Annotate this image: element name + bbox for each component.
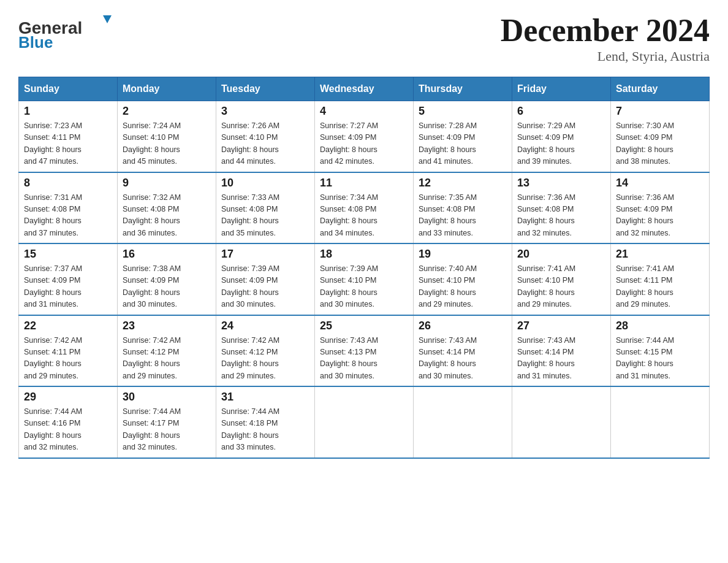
svg-text:Blue: Blue (18, 33, 53, 49)
day-number: 7 (616, 105, 704, 118)
day-number: 30 (123, 391, 211, 404)
day-info: Sunrise: 7:40 AM Sunset: 4:10 PM Dayligh… (419, 263, 507, 311)
day-info: Sunrise: 7:41 AM Sunset: 4:10 PM Dayligh… (517, 263, 605, 311)
day-number: 6 (517, 105, 605, 118)
calendar-cell (611, 386, 710, 458)
day-number: 1 (24, 105, 112, 118)
weekday-header-thursday: Thursday (414, 77, 512, 101)
calendar-week-row: 29 Sunrise: 7:44 AM Sunset: 4:16 PM Dayl… (19, 386, 710, 458)
weekday-header-friday: Friday (512, 77, 611, 101)
calendar-body: 1 Sunrise: 7:23 AM Sunset: 4:11 PM Dayli… (19, 101, 710, 458)
day-number: 27 (517, 320, 605, 332)
day-number: 25 (320, 320, 408, 332)
calendar-week-row: 8 Sunrise: 7:31 AM Sunset: 4:08 PM Dayli… (19, 172, 710, 244)
calendar-header-row: SundayMondayTuesdayWednesdayThursdayFrid… (19, 77, 710, 101)
calendar-cell: 31 Sunrise: 7:44 AM Sunset: 4:18 PM Dayl… (216, 386, 315, 458)
day-info: Sunrise: 7:41 AM Sunset: 4:11 PM Dayligh… (616, 263, 704, 311)
calendar-cell: 22 Sunrise: 7:42 AM Sunset: 4:11 PM Dayl… (19, 315, 118, 387)
day-info: Sunrise: 7:23 AM Sunset: 4:11 PM Dayligh… (24, 120, 112, 168)
day-info: Sunrise: 7:43 AM Sunset: 4:14 PM Dayligh… (517, 335, 605, 383)
weekday-header-wednesday: Wednesday (315, 77, 414, 101)
day-info: Sunrise: 7:35 AM Sunset: 4:08 PM Dayligh… (419, 192, 507, 240)
day-number: 16 (123, 248, 211, 261)
day-number: 11 (320, 177, 408, 190)
day-info: Sunrise: 7:44 AM Sunset: 4:15 PM Dayligh… (616, 335, 704, 383)
page-header: General Blue December 2024 Lend, Styria,… (18, 12, 710, 64)
day-number: 12 (419, 177, 507, 190)
calendar-table: SundayMondayTuesdayWednesdayThursdayFrid… (18, 77, 710, 459)
calendar-cell: 23 Sunrise: 7:42 AM Sunset: 4:12 PM Dayl… (118, 315, 216, 387)
calendar-cell: 1 Sunrise: 7:23 AM Sunset: 4:11 PM Dayli… (19, 101, 118, 172)
title-block: December 2024 Lend, Styria, Austria (501, 12, 710, 64)
day-info: Sunrise: 7:29 AM Sunset: 4:09 PM Dayligh… (517, 120, 605, 168)
calendar-cell: 21 Sunrise: 7:41 AM Sunset: 4:11 PM Dayl… (611, 243, 710, 315)
day-info: Sunrise: 7:32 AM Sunset: 4:08 PM Dayligh… (123, 192, 211, 240)
calendar-cell: 24 Sunrise: 7:42 AM Sunset: 4:12 PM Dayl… (216, 315, 315, 387)
day-info: Sunrise: 7:30 AM Sunset: 4:09 PM Dayligh… (616, 120, 704, 168)
day-number: 4 (320, 105, 408, 118)
day-info: Sunrise: 7:28 AM Sunset: 4:09 PM Dayligh… (419, 120, 507, 168)
day-info: Sunrise: 7:42 AM Sunset: 4:11 PM Dayligh… (24, 335, 112, 383)
calendar-cell: 12 Sunrise: 7:35 AM Sunset: 4:08 PM Dayl… (414, 172, 512, 244)
day-number: 26 (419, 320, 507, 332)
weekday-header-sunday: Sunday (19, 77, 118, 101)
calendar-cell (414, 386, 512, 458)
day-number: 21 (616, 248, 704, 261)
calendar-cell: 29 Sunrise: 7:44 AM Sunset: 4:16 PM Dayl… (19, 386, 118, 458)
day-info: Sunrise: 7:39 AM Sunset: 4:10 PM Dayligh… (320, 263, 408, 311)
day-info: Sunrise: 7:42 AM Sunset: 4:12 PM Dayligh… (221, 335, 309, 383)
calendar-cell: 30 Sunrise: 7:44 AM Sunset: 4:17 PM Dayl… (118, 386, 216, 458)
calendar-cell: 17 Sunrise: 7:39 AM Sunset: 4:09 PM Dayl… (216, 243, 315, 315)
day-number: 5 (419, 105, 507, 118)
day-info: Sunrise: 7:37 AM Sunset: 4:09 PM Dayligh… (24, 263, 112, 311)
day-number: 28 (616, 320, 704, 332)
weekday-header-tuesday: Tuesday (216, 77, 315, 101)
calendar-cell: 9 Sunrise: 7:32 AM Sunset: 4:08 PM Dayli… (118, 172, 216, 244)
calendar-week-row: 22 Sunrise: 7:42 AM Sunset: 4:11 PM Dayl… (19, 315, 710, 387)
calendar-cell: 18 Sunrise: 7:39 AM Sunset: 4:10 PM Dayl… (315, 243, 414, 315)
calendar-cell: 8 Sunrise: 7:31 AM Sunset: 4:08 PM Dayli… (19, 172, 118, 244)
day-number: 14 (616, 177, 704, 190)
day-info: Sunrise: 7:39 AM Sunset: 4:09 PM Dayligh… (221, 263, 309, 311)
day-info: Sunrise: 7:44 AM Sunset: 4:18 PM Dayligh… (221, 406, 309, 454)
calendar-cell: 14 Sunrise: 7:36 AM Sunset: 4:09 PM Dayl… (611, 172, 710, 244)
logo-svg: General Blue (18, 12, 116, 49)
calendar-cell: 4 Sunrise: 7:27 AM Sunset: 4:09 PM Dayli… (315, 101, 414, 172)
page-subtitle: Lend, Styria, Austria (501, 48, 710, 64)
calendar-cell: 2 Sunrise: 7:24 AM Sunset: 4:10 PM Dayli… (118, 101, 216, 172)
calendar-cell: 11 Sunrise: 7:34 AM Sunset: 4:08 PM Dayl… (315, 172, 414, 244)
weekday-header-saturday: Saturday (611, 77, 710, 101)
calendar-cell: 15 Sunrise: 7:37 AM Sunset: 4:09 PM Dayl… (19, 243, 118, 315)
day-number: 3 (221, 105, 309, 118)
calendar-cell: 16 Sunrise: 7:38 AM Sunset: 4:09 PM Dayl… (118, 243, 216, 315)
day-info: Sunrise: 7:44 AM Sunset: 4:17 PM Dayligh… (123, 406, 211, 454)
calendar-cell: 7 Sunrise: 7:30 AM Sunset: 4:09 PM Dayli… (611, 101, 710, 172)
calendar-cell: 5 Sunrise: 7:28 AM Sunset: 4:09 PM Dayli… (414, 101, 512, 172)
day-number: 15 (24, 248, 112, 261)
day-info: Sunrise: 7:43 AM Sunset: 4:13 PM Dayligh… (320, 335, 408, 383)
calendar-cell (512, 386, 611, 458)
day-number: 24 (221, 320, 309, 332)
day-info: Sunrise: 7:36 AM Sunset: 4:09 PM Dayligh… (616, 192, 704, 240)
calendar-cell: 28 Sunrise: 7:44 AM Sunset: 4:15 PM Dayl… (611, 315, 710, 387)
calendar-cell: 3 Sunrise: 7:26 AM Sunset: 4:10 PM Dayli… (216, 101, 315, 172)
calendar-cell (315, 386, 414, 458)
weekday-header-monday: Monday (118, 77, 216, 101)
calendar-cell: 19 Sunrise: 7:40 AM Sunset: 4:10 PM Dayl… (414, 243, 512, 315)
calendar-cell: 10 Sunrise: 7:33 AM Sunset: 4:08 PM Dayl… (216, 172, 315, 244)
day-info: Sunrise: 7:34 AM Sunset: 4:08 PM Dayligh… (320, 192, 408, 240)
calendar-cell: 6 Sunrise: 7:29 AM Sunset: 4:09 PM Dayli… (512, 101, 611, 172)
calendar-week-row: 15 Sunrise: 7:37 AM Sunset: 4:09 PM Dayl… (19, 243, 710, 315)
calendar-week-row: 1 Sunrise: 7:23 AM Sunset: 4:11 PM Dayli… (19, 101, 710, 172)
day-info: Sunrise: 7:26 AM Sunset: 4:10 PM Dayligh… (221, 120, 309, 168)
day-number: 17 (221, 248, 309, 261)
svg-marker-1 (103, 15, 112, 23)
day-number: 2 (123, 105, 211, 118)
day-number: 29 (24, 391, 112, 404)
day-info: Sunrise: 7:44 AM Sunset: 4:16 PM Dayligh… (24, 406, 112, 454)
day-number: 10 (221, 177, 309, 190)
day-number: 8 (24, 177, 112, 190)
day-number: 31 (221, 391, 309, 404)
day-info: Sunrise: 7:31 AM Sunset: 4:08 PM Dayligh… (24, 192, 112, 240)
logo: General Blue (18, 12, 116, 49)
